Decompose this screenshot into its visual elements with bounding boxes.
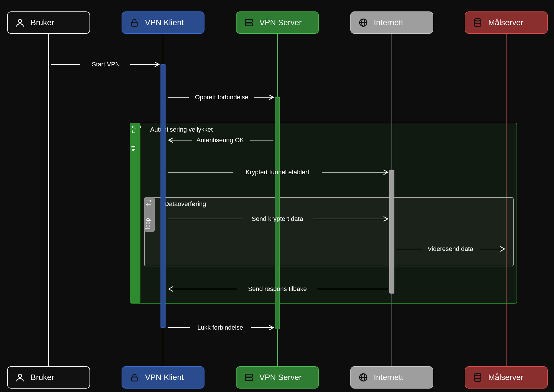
loop-frame: loop Dataoverføring — [144, 197, 513, 266]
msg-label: Lukk forbindelse — [197, 324, 243, 331]
loop-tag: loop — [144, 218, 151, 229]
msg-opprett-forbindelse: Opprett forbindelse — [168, 94, 273, 101]
svg-rect-9 — [144, 197, 513, 266]
msg-label: Kryptert tunnel etablert — [246, 169, 309, 176]
msg-close: Lukk forbindelse — [168, 324, 273, 331]
msg-label: Opprett forbindelse — [195, 94, 248, 101]
loop-condition: Dataoverføring — [164, 200, 206, 207]
svg-rect-11 — [161, 64, 165, 328]
msg-label: Autentisering OK — [196, 136, 244, 144]
msg-label: Videresend data — [428, 245, 474, 252]
msg-label: Start VPN — [92, 61, 120, 68]
alt-tag: alt — [130, 145, 136, 152]
msg-label: Send kryptert data — [252, 215, 303, 222]
svg-rect-12 — [275, 97, 280, 329]
msg-label: Send respons tilbake — [248, 285, 307, 292]
svg-rect-13 — [390, 170, 394, 293]
alt-condition: Autentisering vellykket — [150, 126, 213, 133]
msg-start-vpn: Start VPN — [51, 61, 159, 68]
sequence-diagram: alt Autentisering vellykket loop Dataove… — [0, 0, 554, 392]
